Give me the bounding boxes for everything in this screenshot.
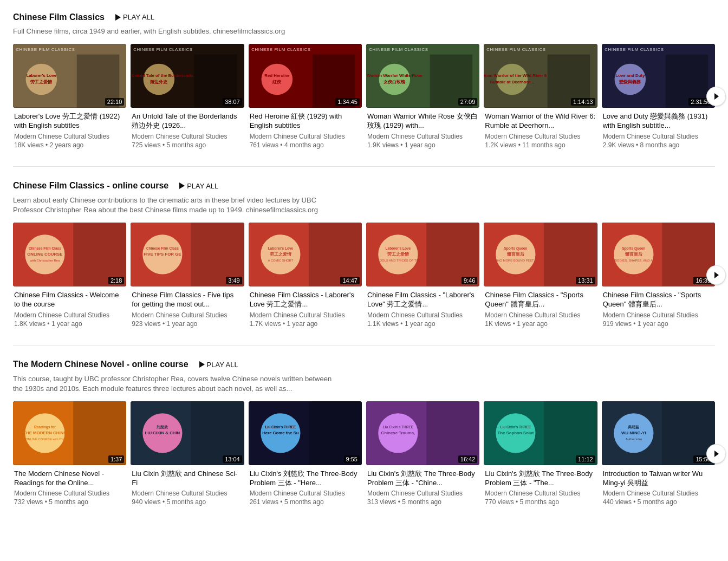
video-card[interactable]: CHINESE FILM CLASSICSLaborer's Love劳工之爱情… <box>13 44 126 149</box>
video-card[interactable]: Liu Cixin's THREE The Sophon Solut11:12L… <box>484 401 597 506</box>
svg-text:Liu Cixin's THREE: Liu Cixin's THREE <box>265 425 296 429</box>
video-card[interactable]: 吳明益WU MING-YIAuthor intro15:50Introducti… <box>602 401 715 506</box>
svg-text:殖边外史: 殖边外史 <box>150 80 168 84</box>
section-header: Chinese Film Classics - online coursePLA… <box>13 180 715 192</box>
svg-text:Chinese Trauma,: Chinese Trauma, <box>381 430 415 435</box>
video-meta: 732 views • 5 months ago <box>14 498 125 506</box>
play-all-label: PLAY ALL <box>123 13 154 21</box>
next-button[interactable] <box>706 444 726 464</box>
video-card[interactable]: Liu Cixin's THREE Chinese Trauma, 16:42L… <box>366 401 479 506</box>
video-card[interactable]: CHINESE FILM CLASSICSLove and Duty戀愛與義務2… <box>602 44 715 149</box>
svg-text:ONLINE COURSE with Chr: ONLINE COURSE with Chr <box>25 438 64 441</box>
svg-text:An Untold Tale of the Borderla: An Untold Tale of the Borderlands <box>131 74 193 79</box>
video-thumbnail: Laborer's Love劳工之爱情TOOLS AND TRICKS OF T… <box>366 223 479 286</box>
video-info: Liu Cixin's 刘慈欣 The Three-Body Problem 三… <box>366 469 479 506</box>
svg-text:Readings for: Readings for <box>34 425 56 429</box>
section-title: Chinese Film Classics - online course <box>13 181 168 191</box>
section-separator <box>13 166 715 167</box>
video-card[interactable]: CHINESE FILM CLASSICSRed Heroine紅俠1:34:4… <box>249 44 362 149</box>
duration-badge: 22:10 <box>105 98 125 106</box>
video-card[interactable]: Laborer's Love劳工之爱情A COMIC SHORT14:47Chi… <box>249 223 362 328</box>
duration-badge: 13:04 <box>223 455 242 463</box>
channel-name: Modern Chinese Cultural Studies <box>485 490 596 497</box>
video-card[interactable]: Liu Cixin's THREE Here Come the Su9:55Li… <box>249 401 362 506</box>
video-title: Liu Cixin's 刘慈欣 The Three-Body Problem 三… <box>250 469 361 488</box>
video-thumbnail: Liu Cixin's THREE The Sophon Solut11:12 <box>484 401 597 465</box>
play-all-button[interactable]: PLAY ALL <box>195 358 243 371</box>
video-card[interactable]: 刘慈欣LIU CIXIN & CHIN13:04Liu Cixin 刘慈欣 an… <box>131 401 244 506</box>
video-thumbnail: CHINESE FILM CLASSICSRed Heroine紅俠1:34:4… <box>249 44 362 108</box>
video-thumbnail: Laborer's Love劳工之爱情A COMIC SHORT14:47 <box>249 223 362 286</box>
video-info: Chinese Film Classics - Five tips for ge… <box>131 291 244 328</box>
play-all-button[interactable]: PLAY ALL <box>111 11 159 23</box>
svg-text:女俠白玫瑰: 女俠白玫瑰 <box>383 80 406 84</box>
video-card[interactable]: Laborer's Love劳工之爱情TOOLS AND TRICKS OF T… <box>366 223 479 328</box>
video-info: Chinese Film Classics - Laborer's Love 劳… <box>249 291 362 328</box>
video-card[interactable]: Chinese Film ClassFIVE TIPS FOR GE3:49Ch… <box>131 223 244 328</box>
video-meta: 313 views • 5 months ago <box>367 498 478 506</box>
duration-badge: 1:14:13 <box>571 98 595 106</box>
section-description: Learn about early Chinese contributions … <box>13 195 338 215</box>
svg-text:with Christopher Rea: with Christopher Rea <box>29 259 60 262</box>
video-card[interactable]: Sports Queen體育皇后BODIES, SHAPES, AND A 16… <box>602 223 715 328</box>
svg-text:Love and Duty: Love and Duty <box>615 74 645 79</box>
playlist-row: Readings forTHE MODERN CHINEONLINE COURS… <box>13 401 715 506</box>
video-title: Introduction to Taiwan writer Wu Ming-yi… <box>603 469 714 488</box>
svg-text:LIU CIXIN & CHIN: LIU CIXIN & CHIN <box>145 430 180 435</box>
svg-text:Laborer's Love: Laborer's Love <box>386 246 411 250</box>
svg-text:WU MING-YI: WU MING-YI <box>621 430 646 435</box>
video-meta: 1.7K views • 1 year ago <box>250 320 361 328</box>
play-icon <box>199 361 205 368</box>
play-all-label: PLAY ALL <box>207 361 238 369</box>
svg-text:Sports Queen: Sports Queen <box>622 246 645 251</box>
video-info: Liu Cixin 刘慈欣 and Chinese Sci-FiModern C… <box>131 469 244 506</box>
video-card[interactable]: CHINESE FILM CLASSICSAn Untold Tale of t… <box>131 44 244 149</box>
duration-badge: 14:47 <box>340 277 360 284</box>
video-thumbnail: 刘慈欣LIU CIXIN & CHIN13:04 <box>131 401 244 465</box>
videos-container: CHINESE FILM CLASSICSLaborer's Love劳工之爱情… <box>13 44 715 149</box>
channel-name: Modern Chinese Cultural Studies <box>367 133 478 140</box>
duration-badge: 38:07 <box>223 98 242 106</box>
video-card[interactable]: CHINESE FILM CLASSICSWoman Warrior White… <box>366 44 479 149</box>
svg-text:戀愛與義務: 戀愛與義務 <box>619 79 641 84</box>
video-info: Chinese Film Classics - "Sports Queen" 體… <box>602 291 715 328</box>
channel-name: Modern Chinese Cultural Studies <box>250 311 361 319</box>
video-title: An Untold Tale of the Borderlands 殖边外史 (… <box>132 112 243 131</box>
svg-text:Liu Cixin's THREE: Liu Cixin's THREE <box>500 425 531 429</box>
video-info: The Modern Chinese Novel - Readings for … <box>13 469 126 506</box>
svg-text:FIVE TIPS FOR GE: FIVE TIPS FOR GE <box>144 252 181 257</box>
video-card[interactable]: Sports Queen體育皇后NO MORE BOUND FEET13:31C… <box>484 223 597 328</box>
video-thumbnail: 吳明益WU MING-YIAuthor intro15:50 <box>602 401 715 465</box>
video-meta: 2.9K views • 8 months ago <box>603 141 714 149</box>
videos-container: Readings forTHE MODERN CHINEONLINE COURS… <box>13 401 715 506</box>
duration-badge: 1:34:45 <box>335 98 360 106</box>
page-container: Chinese Film ClassicsPLAY ALLFull Chines… <box>0 0 728 534</box>
playlist-row: Chinese Film ClassONLINE COURSEwith Chri… <box>13 223 715 328</box>
svg-text:Liu Cixin's THREE: Liu Cixin's THREE <box>383 425 414 429</box>
svg-text:劳工之爱情: 劳工之爱情 <box>387 252 410 257</box>
next-button[interactable] <box>706 87 726 106</box>
svg-text:CHINESE FILM CLASSICS: CHINESE FILM CLASSICS <box>251 47 310 52</box>
video-meta: 725 views • 5 months ago <box>132 141 243 149</box>
video-title: Chinese Film Classics - "Laborer's Love"… <box>367 291 478 309</box>
svg-text:Red Heroine: Red Heroine <box>264 74 290 79</box>
channel-name: Modern Chinese Cultural Studies <box>367 311 478 319</box>
video-card[interactable]: Chinese Film ClassONLINE COURSEwith Chri… <box>13 223 126 328</box>
video-info: Liu Cixin's 刘慈欣 The Three-Body Problem 三… <box>249 469 362 506</box>
svg-text:劳工之爱情: 劳工之爱情 <box>30 79 53 84</box>
svg-text:體育皇后: 體育皇后 <box>625 252 642 257</box>
svg-text:CHINESE FILM CLASSICS: CHINESE FILM CLASSICS <box>134 47 193 52</box>
channel-name: Modern Chinese Cultural Studies <box>367 490 478 497</box>
play-all-button[interactable]: PLAY ALL <box>175 180 223 192</box>
svg-text:ONLINE COURSE: ONLINE COURSE <box>27 252 62 257</box>
svg-text:Sports Queen: Sports Queen <box>504 246 528 251</box>
section-modern-chinese-novel: The Modern Chinese Novel - online course… <box>13 358 715 506</box>
channel-name: Modern Chinese Cultural Studies <box>250 490 361 497</box>
svg-text:Laborer's Love: Laborer's Love <box>268 246 293 250</box>
next-button[interactable] <box>706 265 726 285</box>
video-card[interactable]: CHINESE FILM CLASSICSWoman Warrior of th… <box>484 44 597 149</box>
video-title: Chinese Film Classics - Welcome to the c… <box>14 291 125 309</box>
duration-badge: 2:18 <box>108 277 124 284</box>
svg-text:體育皇后: 體育皇后 <box>507 252 524 257</box>
video-card[interactable]: Readings forTHE MODERN CHINEONLINE COURS… <box>13 401 126 506</box>
